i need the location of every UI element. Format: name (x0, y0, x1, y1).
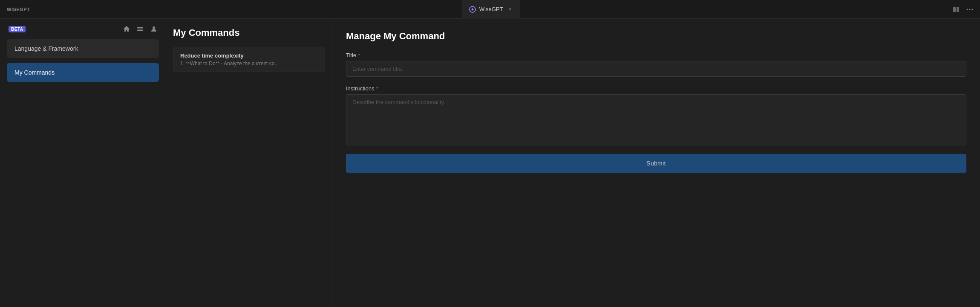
title-field-group: Title * (346, 52, 966, 77)
list-icon[interactable] (137, 26, 144, 32)
commands-panel: My Commands Reduce time complexity 1. **… (166, 19, 332, 307)
sidebar-item-my-commands[interactable]: My Commands (7, 63, 159, 82)
sidebar-item-language-framework[interactable]: Language & Framework (7, 39, 159, 58)
wisegpt-logo-icon (469, 6, 476, 13)
instructions-textarea[interactable] (346, 94, 966, 145)
command-item-preview: 1. **What to Do** - Analyze the current … (180, 61, 318, 67)
main-layout: BETA (0, 19, 980, 307)
svg-rect-9 (137, 30, 143, 31)
command-item[interactable]: Reduce time complexity 1. **What to Do**… (173, 47, 325, 72)
sidebar-header: BETA (7, 26, 159, 32)
svg-point-5 (969, 9, 970, 10)
svg-rect-8 (137, 29, 143, 29)
tab-name: WiseGPT (479, 6, 503, 12)
svg-point-4 (966, 9, 968, 10)
submit-button[interactable]: Submit (346, 154, 966, 173)
svg-point-10 (153, 26, 155, 29)
beta-badge: BETA (9, 26, 26, 32)
more-options-icon[interactable] (966, 6, 973, 13)
title-required-star: * (358, 52, 360, 58)
tab-close-button[interactable]: × (506, 6, 513, 13)
command-item-title: Reduce time complexity (180, 52, 318, 59)
sidebar: BETA (0, 19, 166, 307)
split-view-icon[interactable] (953, 6, 960, 13)
instructions-field-group: Instructions * (346, 85, 966, 145)
instructions-field-label: Instructions * (346, 85, 966, 92)
commands-panel-title: My Commands (173, 27, 325, 38)
sidebar-item-label: My Commands (14, 69, 55, 76)
manage-panel: Manage My Command Title * Instructions *… (332, 19, 980, 307)
manage-panel-title: Manage My Command (346, 31, 966, 42)
title-input[interactable] (346, 61, 966, 77)
sidebar-item-label: Language & Framework (14, 45, 78, 52)
app-name: WISEGPT (7, 7, 30, 12)
svg-rect-7 (137, 27, 143, 28)
tab-wisegpt[interactable]: WiseGPT × (462, 0, 521, 19)
user-icon[interactable] (150, 26, 157, 32)
title-bar-left: WISEGPT (7, 7, 30, 12)
svg-rect-2 (953, 7, 956, 12)
svg-point-1 (472, 9, 473, 10)
title-field-label: Title * (346, 52, 966, 58)
title-bar: WISEGPT WiseGPT × (0, 0, 980, 19)
sidebar-icons (123, 26, 157, 32)
svg-point-6 (971, 9, 973, 10)
svg-rect-3 (957, 7, 959, 12)
title-bar-right (953, 6, 973, 13)
home-icon[interactable] (123, 26, 130, 32)
title-bar-center: WiseGPT × (462, 0, 521, 19)
instructions-required-star: * (376, 85, 378, 92)
